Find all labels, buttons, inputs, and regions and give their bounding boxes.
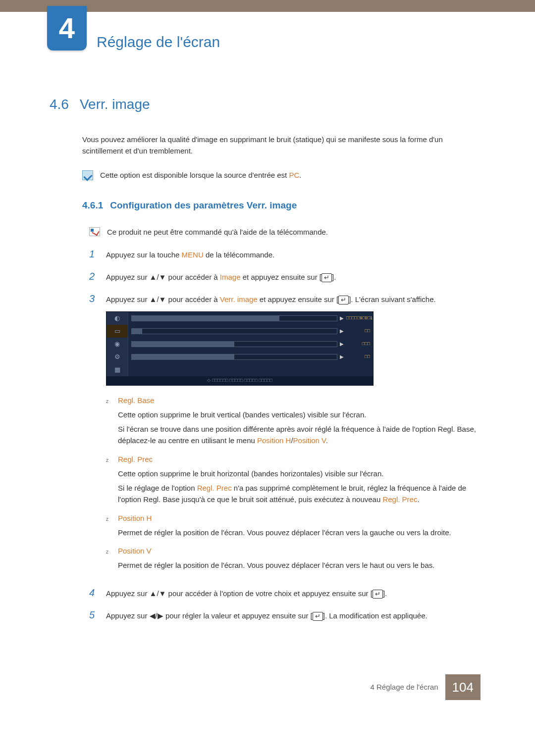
bullet-text: Permet de régler la position de l'écran.…: [118, 527, 481, 538]
bullet-icon: z: [106, 545, 111, 574]
osd-value: □□□: [346, 341, 370, 348]
text: Appuyez sur: [106, 589, 150, 598]
text: ]. L'écran suivant s'affiche.: [349, 295, 436, 303]
info-icon: [89, 227, 100, 236]
bullet-position-h: z Position H Permet de régler la positio…: [106, 512, 481, 542]
text: et appuyez ensuite sur [: [241, 273, 321, 281]
text: Appuyez sur: [106, 273, 150, 281]
osd-tab-icon: ▭: [107, 325, 128, 338]
osd-slider: [131, 341, 337, 347]
enter-icon: ↵: [313, 612, 323, 621]
step-number: 4: [89, 585, 98, 601]
highlight-verr-image: Verr. image: [220, 295, 258, 303]
bullet-icon: z: [106, 454, 111, 508]
highlight-image: Image: [220, 273, 241, 281]
enter-icon: ↵: [338, 296, 349, 304]
enter-icon: ↵: [373, 590, 383, 599]
bullet-text: Si l'écran se trouve dans une position d…: [118, 423, 481, 447]
text: pour accéder à: [166, 273, 219, 281]
section-title: Verr. image: [80, 94, 150, 115]
note-icon: [82, 170, 93, 180]
step-5: 5 Appuyez sur ◀/▶ pour régler la valeur …: [89, 607, 481, 623]
osd-slider: [131, 315, 337, 321]
note-prefix: Cette option est disponible lorsque la s…: [100, 171, 289, 179]
osd-tab-icon: ⚙: [107, 351, 128, 363]
chapter-title: Réglage de l'écran: [97, 12, 220, 54]
steps-list: 1 Appuyez sur la touche MENU de la téléc…: [89, 247, 481, 622]
text: ].: [332, 273, 336, 281]
osd-slider: [131, 354, 337, 360]
osd-value: □□□□□9□0□1: [346, 315, 370, 322]
osd-slider-row: ▶ □□: [128, 351, 373, 363]
section-intro: Vous pouvez améliorer la qualité d'image…: [82, 134, 481, 157]
bullet-text: Cette option supprime le bruit vertical …: [118, 409, 481, 420]
up-down-arrows-icon: ▲/▼: [150, 589, 166, 598]
osd-tab-icon: ▦: [107, 363, 128, 376]
osd-value: □□: [346, 353, 370, 360]
page-footer: 4 Réglage de l'écran 104: [0, 669, 481, 715]
note-row: Cette option est disponible lorsque la s…: [82, 169, 481, 181]
step-body: Appuyez sur ▲/▼ pour accéder à Image et …: [106, 271, 481, 283]
osd-slider-row: ▶ □□□□□9□0□1: [128, 312, 373, 325]
footer-text: 4 Réglage de l'écran: [370, 681, 438, 693]
text: Appuyez sur: [106, 295, 150, 303]
up-down-arrows-icon: ▲/▼: [150, 295, 166, 303]
page-number: 104: [445, 674, 481, 700]
text: .: [326, 436, 328, 445]
text: pour régler la valeur et appuyez ensuite…: [163, 611, 313, 620]
osd-right-arrow-icon: ▶: [339, 314, 344, 322]
bullet-text: Si le réglage de l'option Regl. Prec n'a…: [118, 482, 481, 505]
bullet-label: Position V: [118, 545, 481, 556]
osd-empty-row: [128, 363, 373, 376]
info-row: Ce produit ne peut être commandé qu'à l'…: [89, 226, 481, 238]
osd-right-arrow-icon: ▶: [339, 327, 344, 335]
osd-slider-row: ▶ □□□: [128, 338, 373, 351]
info-text: Ce produit ne peut être commandé qu'à l'…: [107, 226, 328, 238]
up-down-arrows-icon: ▲/▼: [150, 273, 166, 281]
osd-slider-row: ▶ □□: [128, 325, 373, 338]
text: Si le réglage de l'option: [118, 484, 197, 492]
text: et appuyez ensuite sur [: [258, 295, 338, 303]
step-number: 1: [89, 247, 98, 262]
enter-icon: ↵: [321, 273, 332, 282]
text: ]. La modification est appliquée.: [323, 611, 428, 620]
note-text: Cette option est disponible lorsque la s…: [100, 169, 301, 181]
step-number: 3: [89, 291, 98, 306]
highlight-regl-prec: Regl. Prec: [382, 495, 417, 504]
subsection-heading: 4.6.1 Configuration des paramètres Verr.…: [82, 198, 481, 212]
bullet-position-v: z Position V Permet de régler la positio…: [106, 545, 481, 574]
text: ].: [383, 589, 387, 598]
subsection-number: 4.6.1: [82, 198, 103, 212]
highlight-menu: MENU: [182, 251, 204, 259]
section-heading: 4.6 Verr. image: [50, 94, 481, 115]
step-number: 5: [89, 607, 98, 623]
bullet-label: Regl. Base: [118, 395, 481, 406]
osd-right-arrow-icon: ▶: [339, 353, 344, 361]
step-4: 4 Appuyez sur ▲/▼ pour accéder à l'optio…: [89, 585, 481, 601]
osd-right-arrow-icon: ▶: [339, 340, 344, 348]
chapter-header: 4 Réglage de l'écran: [0, 12, 535, 54]
bullet-text: Permet de régler la position de l'écran.…: [118, 559, 481, 571]
bullet-body: Position V Permet de régler la position …: [118, 545, 481, 574]
section-number: 4.6: [50, 94, 69, 115]
bullet-regl-base: z Regl. Base Cette option supprime le br…: [106, 395, 481, 450]
step-body: Appuyez sur ◀/▶ pour régler la valeur et…: [106, 610, 481, 621]
chapter-number-badge: 4: [47, 6, 87, 50]
bullet-body: Position H Permet de régler la position …: [118, 512, 481, 542]
left-right-arrows-icon: ◀/▶: [150, 611, 163, 620]
note-suffix: .: [299, 171, 301, 179]
step-1: 1 Appuyez sur la touche MENU de la téléc…: [89, 247, 481, 262]
bullet-icon: z: [106, 395, 111, 450]
highlight-position-h: Position H: [257, 436, 291, 445]
subsection-title: Configuration des paramètres Verr. image: [110, 198, 297, 212]
text: Appuyez sur la touche: [106, 251, 182, 259]
step-3: 3 Appuyez sur ▲/▼ pour accéder à Verr. i…: [89, 291, 481, 578]
step-2: 2 Appuyez sur ▲/▼ pour accéder à Image e…: [89, 269, 481, 284]
bullet-label: Regl. Prec: [118, 454, 481, 465]
bullet-body: Regl. Prec Cette option supprime le brui…: [118, 454, 481, 508]
option-bullets: z Regl. Base Cette option supprime le br…: [106, 395, 481, 574]
text: pour accéder à l'option de votre choix e…: [166, 589, 372, 598]
step-body: Appuyez sur ▲/▼ pour accéder à Verr. ima…: [106, 294, 481, 578]
highlight-position-v: Position V: [293, 436, 326, 445]
note-highlight: PC: [289, 171, 299, 179]
